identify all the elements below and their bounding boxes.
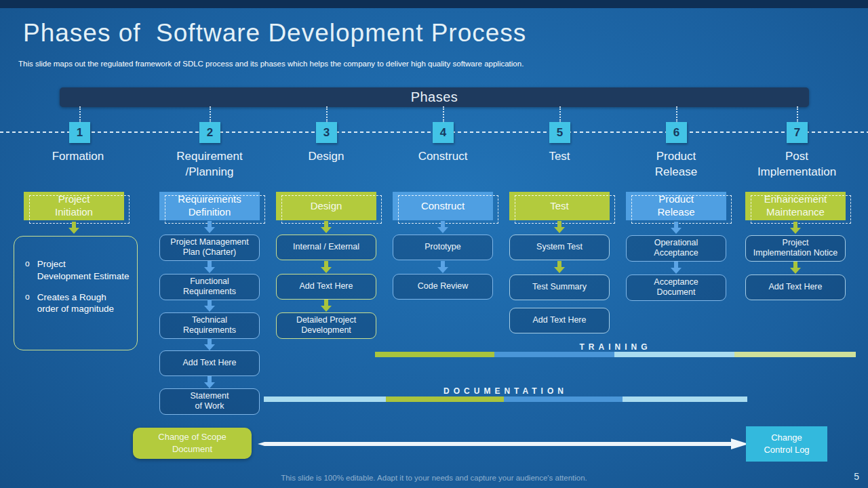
phases-banner[interactable]: Phases bbox=[60, 87, 809, 107]
arrow-down-icon bbox=[204, 338, 215, 350]
documentation-bar-segment bbox=[264, 396, 386, 402]
training-bar-segment bbox=[375, 352, 494, 357]
training-bar-segment bbox=[494, 352, 614, 357]
phase-number: 7 bbox=[794, 126, 800, 140]
header-box-enhancement-maintenance[interactable]: Enhancement Maintenance bbox=[745, 192, 846, 220]
connector-dotted-line bbox=[676, 106, 677, 123]
connector-dotted-line bbox=[559, 106, 561, 123]
training-bar-segment bbox=[614, 352, 734, 357]
header-box-test[interactable]: Test bbox=[509, 192, 610, 220]
flow-box-label: Code Review bbox=[418, 281, 468, 291]
flow-box-label: Operational Acceptance bbox=[654, 238, 698, 259]
phase-label-formation: Formation bbox=[20, 149, 136, 165]
flow-box[interactable]: Functional Requirements bbox=[159, 274, 260, 300]
arrow-down-icon bbox=[554, 261, 565, 273]
phase-label-post-implementation: Post Implementation bbox=[739, 149, 854, 180]
training-bar bbox=[375, 352, 856, 357]
documentation-bar-segment bbox=[623, 396, 747, 402]
list-item: o Creates a Rough order of magnitude bbox=[25, 291, 132, 316]
change-control-log-button[interactable]: Change Control Log bbox=[746, 426, 827, 462]
page-title: Phases of Software Development Process bbox=[23, 19, 526, 47]
training-label: TRAINING bbox=[375, 342, 856, 352]
phase-number: 3 bbox=[323, 126, 330, 140]
arrow-down-icon bbox=[790, 262, 801, 274]
arrow-down-icon bbox=[671, 222, 682, 234]
flow-box[interactable]: Technical Requirements bbox=[159, 312, 260, 339]
flow-box-label: System Test bbox=[536, 242, 583, 252]
connector-dotted-line bbox=[79, 106, 81, 123]
flow-box[interactable]: System Test bbox=[509, 235, 610, 260]
flow-box-label: Functional Requirements bbox=[183, 277, 236, 298]
flow-box[interactable]: Test Summary bbox=[509, 274, 610, 300]
flow-box[interactable]: Acceptance Document bbox=[626, 274, 726, 301]
flow-box[interactable]: Prototype bbox=[393, 235, 493, 260]
subtitle: This slide maps out the regulated framew… bbox=[18, 60, 524, 68]
header-label: Project Initiation bbox=[55, 193, 93, 219]
header-label: Product Release bbox=[657, 193, 694, 219]
flow-box[interactable]: Code Review bbox=[393, 274, 493, 300]
arrow-down-icon bbox=[790, 222, 801, 234]
header-label: Test bbox=[550, 200, 569, 213]
header-box-construct[interactable]: Construct bbox=[393, 192, 493, 220]
change-of-scope-button[interactable]: Change of Scope Document bbox=[133, 428, 252, 459]
documentation-bar bbox=[264, 396, 747, 402]
phase-label-design: Design bbox=[269, 149, 384, 165]
flow-box-label: Acceptance Document bbox=[654, 277, 698, 298]
phase-number-badge[interactable]: 5 bbox=[549, 122, 570, 143]
formation-notes-box[interactable]: o Project Development Estimate o Creates… bbox=[14, 236, 138, 350]
flow-box[interactable]: Operational Acceptance bbox=[626, 235, 726, 262]
connector-dotted-line bbox=[210, 106, 211, 123]
phase-number-badge[interactable]: 1 bbox=[69, 122, 90, 143]
phase-label-requirement-planning: Requirement /Planning bbox=[152, 149, 267, 180]
bullet-icon: o bbox=[25, 258, 30, 283]
flow-box[interactable]: Add Text Here bbox=[745, 274, 846, 300]
flow-box-label: Test Summary bbox=[532, 282, 587, 292]
phase-number: 2 bbox=[207, 126, 213, 140]
flow-box[interactable]: Add Text Here bbox=[509, 308, 610, 333]
list-item: o Project Development Estimate bbox=[25, 258, 132, 283]
flow-box-label: Add Text Here bbox=[300, 281, 353, 291]
flow-box-label: Internal / External bbox=[293, 242, 359, 252]
header-box-project-initiation[interactable]: Project Initiation bbox=[24, 192, 124, 220]
arrow-down-icon bbox=[321, 300, 332, 312]
documentation-bar-segment bbox=[504, 396, 623, 402]
flow-box[interactable]: Add Text Here bbox=[159, 350, 260, 376]
phase-number: 5 bbox=[557, 126, 563, 140]
bullet-icon: o bbox=[25, 291, 30, 316]
phase-label-construct: Construct bbox=[385, 149, 500, 165]
arrow-down-icon bbox=[68, 222, 79, 234]
arrow-down-icon bbox=[437, 221, 448, 233]
phase-number-badge[interactable]: 6 bbox=[666, 122, 687, 143]
flow-box-label: Detailed Project Development bbox=[296, 315, 356, 336]
flow-box-label: Prototype bbox=[425, 242, 461, 252]
flow-box[interactable]: Internal / External bbox=[276, 235, 376, 260]
connector-dotted-line bbox=[797, 106, 798, 123]
header-box-requirements-definition[interactable]: Requirements Definition bbox=[159, 192, 260, 220]
phase-number: 4 bbox=[440, 126, 446, 140]
bullet-text: Project Development Estimate bbox=[37, 258, 130, 283]
footer-note: This slide is 100% editable. Adapt it to… bbox=[0, 474, 868, 482]
header-label: Requirements Definition bbox=[178, 193, 241, 219]
header-box-product-release[interactable]: Product Release bbox=[626, 192, 726, 220]
phase-number-badge[interactable]: 7 bbox=[787, 122, 808, 143]
flow-box-label: Add Text Here bbox=[533, 315, 587, 325]
arrow-down-icon bbox=[204, 221, 215, 233]
arrow-down-icon bbox=[204, 261, 215, 273]
header-box-design[interactable]: Design bbox=[276, 192, 376, 220]
header-label: Enhancement Maintenance bbox=[764, 193, 827, 219]
phase-number-badge[interactable]: 3 bbox=[316, 122, 337, 143]
flow-box-label: Add Text Here bbox=[183, 358, 237, 368]
flow-box[interactable]: Statement of Work bbox=[159, 388, 260, 415]
flow-box-label: Project Implementation Notice bbox=[753, 238, 837, 259]
phase-number-badge[interactable]: 4 bbox=[433, 122, 454, 143]
top-edge-strip bbox=[0, 0, 868, 8]
change-of-scope-label: Change of Scope Document bbox=[158, 431, 226, 455]
header-label: Design bbox=[311, 200, 342, 213]
arrow-down-icon bbox=[671, 262, 682, 274]
flow-box[interactable]: Project Implementation Notice bbox=[745, 235, 846, 262]
arrow-down-icon bbox=[321, 221, 332, 233]
phase-number-badge[interactable]: 2 bbox=[199, 122, 220, 143]
flow-box[interactable]: Project Management Plan (Charter) bbox=[159, 235, 260, 261]
flow-box[interactable]: Add Text Here bbox=[276, 274, 376, 300]
flow-box[interactable]: Detailed Project Development bbox=[276, 312, 376, 339]
